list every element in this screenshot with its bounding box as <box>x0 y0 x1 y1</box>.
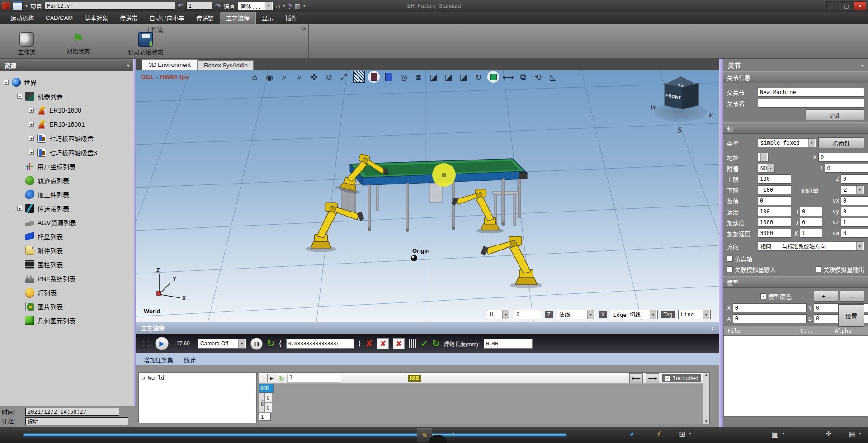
redo-icon[interactable]: ↷ <box>215 2 221 10</box>
grid-icon[interactable]: ▦ <box>849 429 856 438</box>
z-input[interactable] <box>841 174 868 184</box>
measure-distance-icon[interactable]: ⟷ <box>502 71 514 83</box>
fit-view-icon[interactable]: ⤢ <box>338 71 350 83</box>
loop-refresh-icon[interactable]: ↻ <box>267 338 275 349</box>
undo-icon[interactable]: ↶ <box>178 2 184 10</box>
ruler-icon[interactable]: ◺ <box>547 71 559 83</box>
upper-limit-input[interactable] <box>758 174 791 184</box>
delete-task-button[interactable]: ✘ <box>377 338 389 349</box>
menu-item[interactable]: 运动机构 <box>5 12 40 24</box>
timeline-slider[interactable] <box>24 434 566 436</box>
track-name-cell[interactable]: RBB <box>259 384 274 393</box>
tree-item[interactable]: 世界 <box>0 75 133 89</box>
task-row[interactable]: ⋮ ▶ ↻ 1 ⟵ ⟶ ✓ Included <box>259 373 703 384</box>
clear-icon[interactable]: ⚡ <box>656 429 662 439</box>
analog-input-checkbox[interactable] <box>727 266 733 272</box>
parent-joint-input[interactable] <box>758 88 864 97</box>
shaded-render-icon[interactable] <box>368 71 380 83</box>
tree-expander-icon[interactable] <box>17 94 22 99</box>
record-initial-state-button[interactable]: 记录初始状态 <box>114 32 177 56</box>
collapse-panel-icon[interactable]: ◂ <box>861 62 863 68</box>
value-input[interactable] <box>758 196 791 205</box>
marker-icon[interactable] <box>487 71 499 83</box>
collapse-panel-icon[interactable]: ‹ <box>712 325 713 331</box>
chevron-down-icon[interactable]: ▾ <box>859 431 861 436</box>
initial-state-button[interactable]: 初始状态 <box>53 32 103 55</box>
tree-item[interactable]: 传送带列表 <box>0 201 133 215</box>
undo-count-input[interactable] <box>186 2 212 10</box>
view-cube[interactable]: Top FRONT W E S <box>652 76 712 132</box>
tree-item[interactable]: PNF系统列表 <box>0 271 133 285</box>
record-icon[interactable]: ◕ <box>629 429 634 438</box>
x-input[interactable] <box>818 153 868 162</box>
tree-item[interactable]: ER10-1600 <box>0 103 133 117</box>
zoom-window-icon[interactable]: ⌕ <box>278 71 290 83</box>
help-icon[interactable]: ? <box>288 2 292 10</box>
attach-select[interactable]: NO▾ <box>758 164 775 173</box>
remove-model-button[interactable]: -... <box>840 291 864 302</box>
menu-item[interactable]: 自动导向小车 <box>143 12 190 24</box>
file-column-header[interactable]: File <box>723 326 797 336</box>
scroll-up-icon[interactable]: ▲ <box>704 373 708 377</box>
note-input[interactable] <box>25 417 128 425</box>
tree-expander-icon[interactable] <box>17 206 22 211</box>
tree-item[interactable]: AGV资源列表 <box>0 215 133 229</box>
refresh-button[interactable]: ↻ <box>432 338 440 349</box>
tree-item[interactable]: 灯列表 <box>0 285 133 299</box>
rotate-axes-icon[interactable]: ⟲ <box>532 71 544 83</box>
tree-expander-icon[interactable] <box>29 108 34 113</box>
tree-item[interactable]: 几何图元列表 <box>0 313 133 327</box>
row-loop-icon[interactable]: ↻ <box>279 375 284 382</box>
vy-input[interactable] <box>841 207 868 216</box>
axis-vector-select[interactable]: Z▾ <box>841 185 864 194</box>
tree-expander-icon[interactable] <box>29 136 34 141</box>
tab-3d-environment[interactable]: 3D Environment <box>142 59 198 70</box>
model-color-checkbox[interactable]: ✓ <box>760 293 766 299</box>
add-model-button[interactable]: +... <box>814 291 838 302</box>
menu-item[interactable]: CAD/CAM <box>40 12 79 24</box>
crosshair-icon[interactable]: ✛ <box>826 429 831 438</box>
zoom-icon[interactable]: ⌕ <box>293 71 305 83</box>
delete-all-button[interactable]: ✘ <box>393 338 405 349</box>
i-input[interactable] <box>800 207 822 216</box>
move-right-button[interactable]: ⟶ <box>646 373 659 383</box>
tree-item[interactable]: 七巧板四轴吸盘 <box>0 131 133 145</box>
address-select[interactable]: ▾ <box>758 153 769 162</box>
normal-select[interactable]: 法线▾ <box>557 310 595 319</box>
tree-item[interactable]: 轨迹点列表 <box>0 173 133 187</box>
tree-expander-icon[interactable] <box>29 122 34 127</box>
menu-item[interactable]: 工艺流程 <box>220 12 256 24</box>
window-layout-icon[interactable]: ⊞ <box>679 429 685 439</box>
update-button[interactable]: 更新 <box>806 109 864 120</box>
task-tree-panel[interactable]: ⊞ World <box>138 372 257 423</box>
direction-select[interactable]: 相同——与标准系统轴方向▾ <box>758 241 864 251</box>
u-axis-select[interactable]: U▾ <box>487 310 510 319</box>
va-input[interactable] <box>841 229 868 238</box>
tree-item[interactable]: ER10-16001 <box>0 117 133 131</box>
chevron-down-icon[interactable]: ▾ <box>25 4 28 9</box>
camera-select[interactable]: Camera Off▾ <box>198 339 246 349</box>
orbit-icon[interactable]: ◉ <box>264 71 275 83</box>
tree-item[interactable]: 围栏列表 <box>0 257 133 271</box>
robot-arm-4[interactable] <box>481 236 542 288</box>
section-plane-x-icon[interactable]: ◪ <box>428 71 439 83</box>
menu-item[interactable]: 传送链 <box>190 12 220 24</box>
new-window-icon[interactable] <box>13 1 23 10</box>
color-column-header[interactable]: C... <box>797 326 832 336</box>
rotate-point-icon[interactable]: ↻ <box>472 71 484 83</box>
step-interval-input[interactable] <box>286 339 354 349</box>
move-left-button[interactable]: ⟵ <box>629 373 643 383</box>
sim-axis-checkbox[interactable] <box>727 256 733 262</box>
accel-input[interactable] <box>758 218 791 227</box>
box-view-icon[interactable]: ⧈ <box>413 71 425 83</box>
axis-type-select[interactable]: simple_fixed▾ <box>758 138 816 147</box>
drag-handle[interactable]: ⋮⋮ <box>140 340 151 347</box>
origin-marker[interactable] <box>411 255 417 261</box>
tab-add-task-set[interactable]: 增加任务集 <box>139 354 178 365</box>
model-a-input[interactable] <box>733 314 807 323</box>
step-back-button[interactable]: ⟨ <box>279 339 282 349</box>
tree-item[interactable]: 托盘列表 <box>0 229 133 243</box>
workflow-button[interactable]: 工作流 <box>2 32 52 56</box>
task-badge[interactable]: RBB <box>408 375 421 382</box>
section-plane-z-icon[interactable]: ◪ <box>458 71 469 83</box>
